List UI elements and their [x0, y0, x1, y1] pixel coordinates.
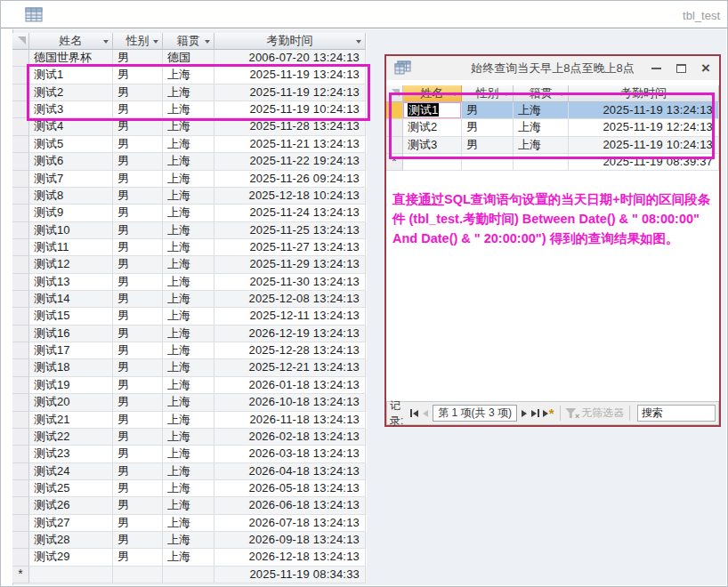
cell[interactable]: 上海: [163, 359, 214, 376]
cell[interactable]: 男: [113, 515, 163, 532]
cell[interactable]: 上海: [163, 429, 214, 446]
cell[interactable]: 上海: [163, 412, 214, 429]
cell[interactable]: 男: [113, 412, 163, 429]
cell[interactable]: 男: [113, 497, 163, 514]
cell[interactable]: 上海: [163, 256, 214, 273]
cell[interactable]: 测试23: [29, 446, 113, 462]
cell[interactable]: 男: [113, 188, 163, 205]
record-position-box[interactable]: 第 1 项(共 3 项): [433, 405, 517, 422]
cell[interactable]: 2026-11-18 13:24:13: [214, 412, 366, 429]
row-selector[interactable]: [12, 205, 29, 221]
cell[interactable]: 男: [113, 222, 163, 239]
cell[interactable]: 测试10: [29, 222, 113, 239]
cell[interactable]: 测试17: [29, 342, 113, 359]
cell[interactable]: 2026-06-18 13:24:13: [214, 497, 366, 514]
cell[interactable]: 2025-12-18 10:24:13: [214, 188, 366, 205]
cell[interactable]: 上海: [163, 171, 214, 188]
cell[interactable]: 男: [113, 532, 163, 549]
cell[interactable]: 测试7: [29, 171, 113, 188]
cell[interactable]: 上海: [163, 497, 214, 514]
cell[interactable]: 测试25: [29, 480, 113, 497]
cell[interactable]: 测试19: [29, 377, 113, 394]
column-header[interactable]: 姓名: [29, 33, 113, 50]
cell[interactable]: 测试6: [29, 153, 113, 170]
column-header[interactable]: 考勤时间: [214, 33, 366, 50]
cell[interactable]: 男: [113, 171, 163, 188]
cell[interactable]: 2025-11-29 13:24:13: [214, 256, 366, 273]
cell[interactable]: 2025-11-19 08:34:33: [214, 567, 366, 583]
cell[interactable]: 测试18: [29, 359, 113, 376]
cell[interactable]: 上海: [163, 188, 214, 205]
row-selector[interactable]: [12, 463, 29, 480]
cell[interactable]: 上海: [163, 342, 214, 359]
column-header[interactable]: 籍贯: [163, 33, 214, 50]
row-selector[interactable]: [12, 256, 29, 273]
last-record-button[interactable]: [531, 406, 540, 421]
cell[interactable]: 测试27: [29, 515, 113, 532]
row-selector[interactable]: [12, 429, 29, 446]
cell[interactable]: 上海: [163, 480, 214, 497]
row-selector[interactable]: [12, 239, 29, 256]
cell[interactable]: 2025-11-24 13:24:13: [214, 205, 366, 221]
cell[interactable]: 男: [113, 136, 163, 153]
cell[interactable]: 测试8: [29, 188, 113, 205]
cell[interactable]: 上海: [163, 136, 214, 153]
cell[interactable]: 上海: [163, 274, 214, 291]
row-selector[interactable]: [12, 497, 29, 514]
cell[interactable]: 上海: [163, 549, 214, 566]
cell[interactable]: 测试29: [29, 549, 113, 566]
cell[interactable]: 上海: [163, 291, 214, 308]
cell[interactable]: 2025-12-28 13:24:13: [214, 342, 366, 359]
cell[interactable]: 上海: [163, 326, 214, 342]
row-selector[interactable]: [12, 153, 29, 170]
previous-record-button[interactable]: [421, 406, 430, 421]
cell[interactable]: 男: [113, 256, 163, 273]
row-selector[interactable]: [12, 412, 29, 429]
cell[interactable]: 测试22: [29, 429, 113, 446]
row-selector[interactable]: [12, 308, 29, 325]
cell[interactable]: 男: [113, 359, 163, 376]
row-selector[interactable]: [12, 515, 29, 532]
cell[interactable]: 2025-11-28 13:24:13: [214, 118, 366, 135]
cell[interactable]: 男: [113, 239, 163, 256]
filter-dropdown-icon[interactable]: [103, 40, 109, 44]
row-selector[interactable]: [12, 532, 29, 549]
cell[interactable]: 男: [113, 377, 163, 394]
row-selector[interactable]: [12, 480, 29, 497]
query-window-titlebar[interactable]: 始终查询当天早上8点至晚上8点 ×: [386, 56, 719, 80]
row-selector[interactable]: [12, 549, 29, 566]
cell[interactable]: 测试13: [29, 274, 113, 291]
cell[interactable]: 男: [113, 274, 163, 291]
cell[interactable]: 上海: [163, 239, 214, 256]
cell[interactable]: 测试9: [29, 205, 113, 221]
cell[interactable]: 上海: [163, 222, 214, 239]
cell[interactable]: 上海: [163, 446, 214, 462]
cell[interactable]: 男: [113, 549, 163, 566]
cell[interactable]: 男: [113, 308, 163, 325]
cell[interactable]: [113, 567, 163, 583]
select-all-corner[interactable]: [12, 33, 29, 50]
cell[interactable]: 测试24: [29, 463, 113, 480]
cell[interactable]: 测试26: [29, 497, 113, 514]
new-record-button[interactable]: *: [543, 406, 554, 421]
cell[interactable]: 2025-12-11 13:24:13: [214, 308, 366, 325]
close-button[interactable]: ×: [701, 60, 710, 76]
cell[interactable]: 男: [113, 394, 163, 411]
cell[interactable]: 上海: [163, 153, 214, 170]
search-input[interactable]: [637, 405, 716, 422]
filter-dropdown-icon[interactable]: [153, 40, 158, 44]
cell[interactable]: 男: [113, 118, 163, 135]
filter-status-button[interactable]: × 无筛选器: [565, 406, 624, 421]
cell[interactable]: 测试15: [29, 308, 113, 325]
cell[interactable]: [163, 567, 214, 583]
cell[interactable]: 男: [113, 326, 163, 342]
cell[interactable]: 上海: [163, 377, 214, 394]
cell[interactable]: 2026-01-18 13:24:13: [214, 377, 366, 394]
row-selector[interactable]: [12, 291, 29, 308]
cell[interactable]: 2025-11-27 13:24:13: [214, 239, 366, 256]
cell[interactable]: 上海: [163, 118, 214, 135]
cell[interactable]: 上海: [163, 532, 214, 549]
cell[interactable]: 上海: [163, 394, 214, 411]
cell[interactable]: 上海: [163, 308, 214, 325]
cell[interactable]: 2025-11-30 13:24:13: [214, 274, 366, 291]
